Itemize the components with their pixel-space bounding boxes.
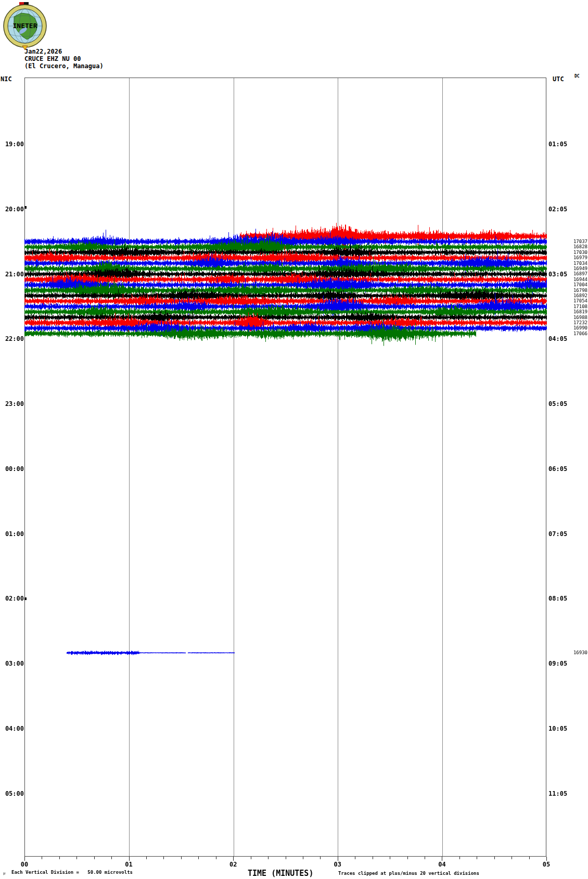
left-time-label: 00:00: [0, 465, 24, 473]
dc-value-label: 16892: [572, 293, 587, 298]
right-time-label: 09:05: [548, 660, 580, 667]
dc-value-label: 17054: [572, 298, 587, 303]
x-axis-minute-label: 01: [121, 861, 137, 868]
dc-value-label: 16930: [572, 650, 587, 655]
left-time-label: 21:00: [0, 271, 24, 278]
dc-value-label: 16819: [572, 309, 587, 314]
right-time-label: 02:05: [548, 206, 580, 213]
dc-value-label: 17037: [572, 239, 587, 244]
left-time-label: 01:00: [0, 530, 24, 538]
trace-canvas: [0, 0, 588, 879]
right-time-label: 11:05: [548, 790, 580, 797]
left-time-label: 05:00: [0, 790, 24, 797]
dc-value-label: 16949: [572, 266, 587, 271]
right-time-label: 05:05: [548, 400, 580, 407]
footer-mu-mark: μ: [3, 871, 5, 875]
dc-value-label: 16944: [572, 277, 587, 282]
left-time-label: 22:00: [0, 335, 24, 342]
helicorder-page: INETER Jan22,2026 CRUCE EHZ NU 00 (El Cr…: [0, 0, 588, 879]
left-time-label: 19:00: [0, 141, 24, 148]
dc-value-label: 16828: [572, 244, 587, 249]
right-time-label: 01:05: [548, 141, 580, 148]
right-time-label: 04:05: [548, 335, 580, 342]
right-time-label: 06:05: [548, 465, 580, 473]
dc-value-label: 17232: [572, 320, 587, 325]
scale-note: Each Vertical Division = 50.00 microvolt…: [11, 870, 133, 875]
dc-value-label: 16798: [572, 288, 587, 293]
dc-value-label: 16988: [572, 315, 587, 320]
left-time-label: 03:00: [0, 660, 24, 667]
x-axis-minute-label: 03: [330, 861, 346, 868]
x-axis-minute-label: 05: [539, 861, 554, 868]
dc-value-label: 17004: [572, 282, 587, 287]
x-axis-title: TIME (MINUTES): [248, 869, 313, 878]
right-time-label: 08:05: [548, 595, 580, 602]
x-axis-minute-label: 04: [434, 861, 450, 868]
left-time-label: 04:00: [0, 725, 24, 732]
dc-value-label: 17108: [572, 304, 587, 309]
x-axis-minute-label: 00: [17, 861, 32, 868]
dc-value-label: 17066: [572, 331, 587, 336]
dc-value-label: 16897: [572, 271, 587, 276]
dc-value-label: 17030: [572, 250, 587, 255]
left-time-label: 23:00: [0, 400, 24, 407]
dc-value-label: 17034: [572, 261, 587, 266]
x-axis-minute-label: 02: [225, 861, 241, 868]
left-time-label: 20:00: [0, 206, 24, 213]
clip-note: Traces clipped at plus/minus 20 vertical…: [338, 871, 479, 876]
right-time-label: 10:05: [548, 725, 580, 732]
right-time-label: 07:05: [548, 530, 580, 538]
dc-value-label: 16990: [572, 325, 587, 330]
left-time-label: 02:00: [0, 595, 24, 602]
dc-value-label: 16979: [572, 255, 587, 260]
